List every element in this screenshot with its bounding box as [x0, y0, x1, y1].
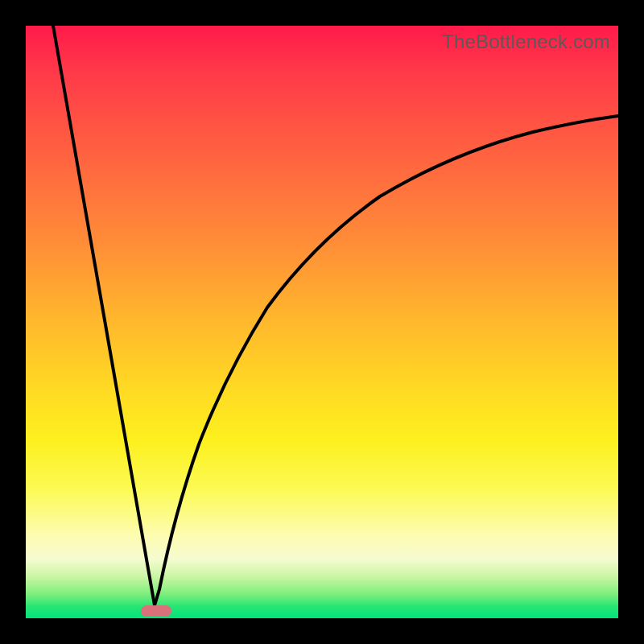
chart-frame: TheBottleneck.com — [0, 0, 644, 644]
minimum-marker — [141, 605, 171, 617]
plot-area: TheBottleneck.com — [26, 26, 618, 618]
bottleneck-curve — [26, 26, 618, 618]
curve-right-segment — [155, 116, 618, 605]
curve-left-segment — [53, 26, 155, 605]
